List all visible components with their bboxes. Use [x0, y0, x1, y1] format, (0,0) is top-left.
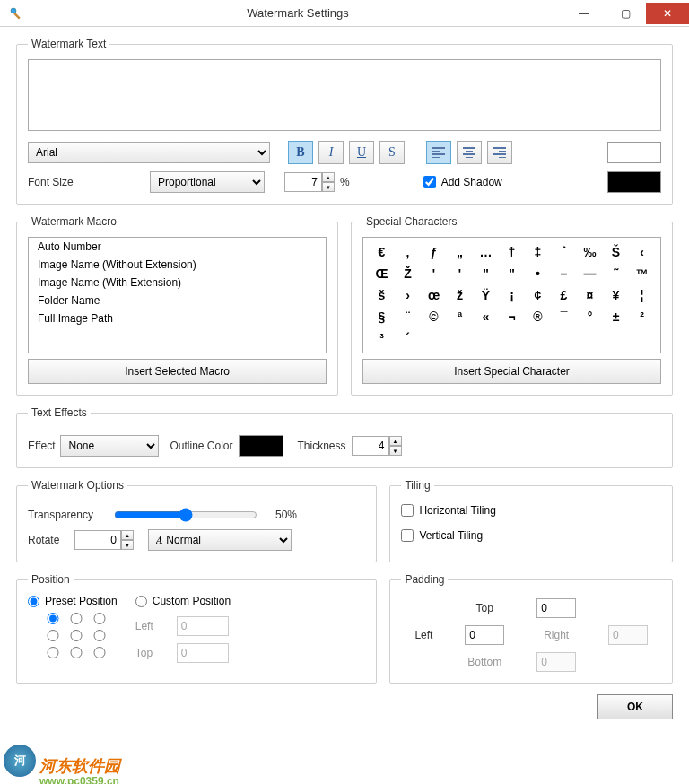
thickness-spinner[interactable]: ▲▼ [352, 436, 402, 456]
special-char[interactable]: ' [423, 266, 445, 281]
add-shadow-checkbox[interactable]: Add Shadow [423, 176, 502, 188]
fontsize-spinner[interactable]: ▲▼ [284, 172, 335, 192]
special-char[interactable]: — [579, 266, 601, 281]
special-char[interactable]: ¡ [501, 288, 523, 302]
special-char[interactable]: ¯ [553, 309, 575, 324]
insert-macro-button[interactable]: Insert Selected Macro [28, 359, 327, 384]
padding-group: Padding Top LeftRight Bottom [389, 573, 673, 684]
special-char[interactable]: £ [553, 288, 575, 302]
preset-position-radio[interactable]: Preset Position [28, 595, 118, 607]
maximize-button[interactable]: ▢ [605, 3, 646, 24]
footer-brand: 河东软件园 [39, 755, 120, 777]
special-char[interactable]: ˆ [553, 245, 575, 259]
special-char[interactable]: ´ [397, 331, 419, 345]
special-char[interactable]: ¨ [397, 309, 419, 324]
special-char[interactable]: š [371, 288, 393, 302]
position-legend: Position [28, 573, 74, 586]
bold-button[interactable]: B [288, 141, 313, 164]
macro-listbox[interactable]: Auto Number Image Name (Without Extensio… [28, 237, 327, 353]
special-char[interactable]: ž [449, 288, 471, 302]
padding-left-input[interactable] [465, 625, 504, 645]
special-char[interactable]: « [475, 309, 497, 324]
special-char[interactable]: Š [605, 245, 627, 259]
font-select[interactable]: Arial [28, 142, 270, 163]
list-item[interactable]: Image Name (Without Extension) [29, 256, 326, 274]
close-button[interactable]: ✕ [646, 3, 689, 24]
special-char[interactable]: ¬ [501, 309, 523, 324]
text-color-swatch[interactable] [607, 142, 661, 163]
special-char[interactable]: › [397, 288, 419, 302]
special-char[interactable]: ¥ [605, 288, 627, 302]
special-char[interactable]: " [501, 266, 523, 281]
position-group: Position Preset Position Custom Position… [16, 573, 377, 684]
vertical-tiling-checkbox[interactable]: Vertical Tiling [401, 529, 661, 542]
fontsize-input[interactable] [284, 172, 322, 192]
list-item[interactable]: Full Image Path [29, 309, 326, 327]
effect-select[interactable]: None [60, 435, 159, 457]
special-char[interactable]: • [527, 266, 549, 281]
special-char[interactable]: Ÿ [475, 288, 497, 302]
special-char[interactable]: ‰ [579, 245, 601, 259]
padding-top-input[interactable] [536, 598, 576, 618]
spin-down[interactable]: ▼ [322, 182, 335, 192]
orientation-select[interactable]: 𝑨 Normal [148, 529, 292, 551]
special-char[interactable]: ‚ [397, 245, 419, 259]
spin-up[interactable]: ▲ [322, 172, 335, 182]
watermark-text-input[interactable] [28, 59, 661, 131]
special-char[interactable]: ª [449, 309, 471, 324]
special-char[interactable]: † [501, 245, 523, 259]
special-char[interactable]: ‹ [631, 245, 653, 259]
ok-button[interactable]: OK [597, 694, 673, 719]
align-right-button[interactable] [487, 141, 512, 164]
outline-color-swatch[interactable] [239, 435, 283, 457]
align-left-button[interactable] [426, 141, 451, 164]
shadow-color-swatch[interactable] [607, 171, 661, 193]
rotate-input[interactable] [74, 530, 121, 550]
special-char[interactable]: " [475, 266, 497, 281]
strike-button[interactable]: S [379, 141, 405, 164]
list-item[interactable]: Image Name (With Extension) [29, 274, 326, 292]
insert-special-button[interactable]: Insert Special Character [362, 359, 661, 384]
rotate-spinner[interactable]: ▲▼ [74, 530, 134, 550]
special-char[interactable]: § [371, 309, 393, 324]
special-chars-grid[interactable]: €‚ƒ„…†‡ˆ‰Š‹ŒŽ''""•–—˜™š›œžŸ¡¢£¤¥¦§¨©ª«¬®… [362, 237, 661, 353]
special-char[interactable]: ³ [371, 331, 393, 345]
special-char[interactable]: „ [449, 245, 471, 259]
special-char[interactable]: ™ [631, 266, 653, 281]
special-char[interactable]: ˜ [605, 266, 627, 281]
align-center-button[interactable] [457, 141, 482, 164]
italic-button[interactable]: I [318, 141, 344, 164]
special-char[interactable]: ® [527, 309, 549, 324]
rotate-label: Rotate [28, 534, 69, 546]
special-char[interactable]: Œ [371, 266, 393, 281]
special-char[interactable]: œ [423, 288, 445, 302]
list-item[interactable]: Folder Name [29, 292, 326, 309]
watermark-text-group: Watermark Text Arial B I U S Font Size P… [16, 38, 673, 205]
special-char[interactable]: ' [449, 266, 471, 281]
special-char[interactable]: ¢ [527, 288, 549, 302]
special-chars-group: Special Characters €‚ƒ„…†‡ˆ‰Š‹ŒŽ''""•–—˜… [351, 215, 673, 396]
special-char[interactable]: ¤ [579, 288, 601, 302]
special-char[interactable]: – [553, 266, 575, 281]
special-char[interactable]: … [475, 245, 497, 259]
special-char[interactable]: ² [631, 309, 653, 324]
special-char[interactable]: ¦ [631, 288, 653, 302]
special-char[interactable]: ° [579, 309, 601, 324]
special-char[interactable]: ƒ [423, 245, 445, 259]
position-grid[interactable] [44, 613, 118, 658]
padding-right-input [608, 625, 648, 645]
special-char[interactable]: © [423, 309, 445, 324]
transparency-slider[interactable] [114, 508, 257, 522]
special-char[interactable]: ‡ [527, 245, 549, 259]
special-char[interactable]: Ž [397, 266, 419, 281]
special-char[interactable]: € [371, 245, 393, 259]
footer-logo: 河 [4, 745, 36, 777]
fontsize-mode-select[interactable]: Proportional [150, 171, 265, 193]
horizontal-tiling-checkbox[interactable]: Horizontal Tiling [401, 504, 661, 517]
underline-button[interactable]: U [349, 141, 374, 164]
minimize-button[interactable]: — [563, 3, 605, 24]
special-char[interactable]: ± [605, 309, 627, 324]
thickness-input[interactable] [352, 436, 389, 456]
custom-position-radio[interactable]: Custom Position [135, 595, 231, 607]
list-item[interactable]: Auto Number [29, 238, 326, 256]
